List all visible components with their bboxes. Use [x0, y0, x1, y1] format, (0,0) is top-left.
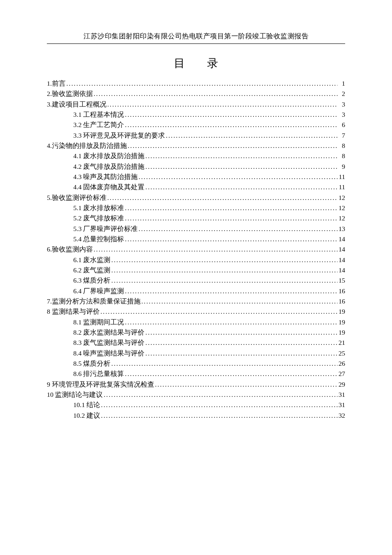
document-header: 江苏沙印集团射阳印染有限公司热电联产项目第一阶段竣工验收监测报告 [47, 32, 345, 44]
toc-entry-page: 3 [338, 99, 345, 110]
toc-entry: 6.3 煤质分析15 [47, 275, 345, 286]
toc-entry-label: 4.4 固体废弃物及其处置 [73, 182, 144, 192]
toc-entry-page: 14 [338, 234, 345, 244]
table-of-contents: 1.前言12.验收监测依据23.建设项目工程概况33.1 工程基本情况33.2 … [47, 78, 345, 421]
toc-entry: 2.验收监测依据2 [47, 89, 345, 99]
toc-leader-dots [125, 286, 337, 296]
toc-entry-label: 6.3 煤质分析 [73, 275, 110, 286]
toc-entry: 3.1 工程基本情况3 [47, 110, 345, 120]
toc-entry-label: 3.2 生产工艺简介 [73, 120, 124, 130]
toc-leader-dots [166, 130, 337, 141]
toc-entry-label: 4.3 噪声及其防治措施 [73, 172, 138, 182]
toc-entry: 6.2 废气监测14 [47, 265, 345, 275]
toc-leader-dots [101, 400, 337, 410]
toc-entry-page: 31 [338, 390, 345, 400]
toc-leader-dots [145, 182, 337, 192]
toc-entry: 6.验收监测内容14 [47, 244, 345, 254]
toc-leader-dots [111, 265, 337, 275]
toc-entry-page: 31 [338, 400, 345, 410]
toc-leader-dots [145, 338, 337, 348]
toc-entry: 8.3 废气监测结果与评价21 [47, 338, 345, 348]
toc-entry: 4.4 固体废弃物及其处置11 [47, 182, 345, 192]
toc-entry-page: 21 [338, 338, 345, 348]
toc-entry-label: 8.4 噪声监测结果与评价 [73, 348, 144, 358]
toc-leader-dots [138, 172, 337, 182]
toc-entry: 4.2 废气排放及防治措施9 [47, 162, 345, 172]
toc-leader-dots [107, 193, 337, 203]
toc-entry: 4.3 噪声及其防治措施11 [47, 172, 345, 182]
toc-entry-label: 4.2 废气排放及防治措施 [73, 162, 144, 172]
toc-entry-page: 6 [338, 120, 345, 130]
toc-entry-label: 8.2 废水监测结果与评价 [73, 327, 144, 338]
toc-leader-dots [66, 78, 337, 89]
toc-title: 目录 [47, 56, 345, 71]
toc-entry-page: 2 [338, 89, 345, 99]
toc-entry: 8.1 监测期间工况19 [47, 317, 345, 327]
toc-entry: 10.2 建议32 [47, 410, 345, 421]
toc-entry-page: 8 [338, 151, 345, 161]
toc-entry: 6.1 废水监测14 [47, 255, 345, 265]
toc-leader-dots [125, 317, 337, 327]
toc-entry-label: 1.前言 [47, 78, 66, 89]
toc-entry-page: 8 [338, 141, 345, 151]
toc-leader-dots [125, 120, 337, 130]
toc-entry-label: 5.3 厂界噪声评价标准 [73, 224, 138, 234]
toc-entry-label: 5.验收监测评价标准 [47, 193, 107, 203]
toc-entry-label: 3.1 工程基本情况 [73, 110, 124, 120]
toc-entry-label: 9 环境管理及环评批复落实情况检查 [47, 379, 154, 390]
toc-leader-dots [128, 141, 337, 151]
toc-entry: 8.5 煤质分析26 [47, 358, 345, 369]
toc-entry-page: 15 [338, 275, 345, 286]
toc-entry-page: 29 [338, 379, 345, 390]
toc-entry: 1.前言1 [47, 78, 345, 89]
toc-leader-dots [145, 151, 337, 161]
toc-leader-dots [125, 234, 337, 244]
toc-entry: 7.监测分析方法和质量保证措施16 [47, 296, 345, 306]
toc-leader-dots [107, 99, 337, 110]
toc-entry-page: 1 [338, 78, 345, 89]
toc-leader-dots [101, 410, 337, 421]
toc-entry-page: 13 [338, 224, 345, 234]
toc-entry-label: 5.4 总量控制指标 [73, 234, 124, 244]
toc-entry-page: 14 [338, 265, 345, 275]
toc-leader-dots [145, 348, 337, 358]
toc-entry: 8.2 废水监测结果与评价19 [47, 327, 345, 338]
toc-leader-dots [145, 162, 337, 172]
toc-entry-page: 19 [338, 327, 345, 338]
toc-entry-page: 16 [338, 296, 345, 306]
toc-entry: 8.6 排污总量核算27 [47, 369, 345, 379]
toc-leader-dots [125, 213, 337, 223]
toc-entry: 4.1 废水排放及防治措施8 [47, 151, 345, 161]
toc-entry-label: 3.3 环评意见及环评批复的要求 [73, 130, 165, 141]
toc-entry-page: 27 [338, 369, 345, 379]
toc-leader-dots [125, 369, 337, 379]
toc-entry-page: 14 [338, 244, 345, 254]
toc-entry-label: 8.5 煤质分析 [73, 358, 110, 369]
toc-entry-label: 8.6 排污总量核算 [73, 369, 124, 379]
toc-entry: 10 监测结论与建议31 [47, 390, 345, 400]
toc-leader-dots [155, 379, 337, 390]
toc-entry: 4.污染物的排放及防治措施8 [47, 141, 345, 151]
toc-entry: 6.4 厂界噪声监测16 [47, 286, 345, 296]
toc-entry: 8.4 噪声监测结果与评价25 [47, 348, 345, 358]
toc-leader-dots [141, 296, 337, 306]
toc-entry: 5.3 厂界噪声评价标准13 [47, 224, 345, 234]
toc-entry-label: 10.2 建议 [73, 410, 100, 421]
toc-leader-dots [101, 306, 337, 317]
toc-entry-label: 10 监测结论与建议 [47, 390, 103, 400]
toc-entry-label: 6.2 废气监测 [73, 265, 110, 275]
toc-entry-label: 8 监测结果与评价 [47, 306, 100, 317]
toc-entry-page: 12 [338, 193, 345, 203]
toc-entry: 5.2 废气排放标准12 [47, 213, 345, 223]
toc-leader-dots [145, 327, 337, 338]
toc-entry-label: 5.1 废水排放标准 [73, 203, 124, 213]
toc-entry-label: 4.污染物的排放及防治措施 [47, 141, 127, 151]
toc-entry-page: 14 [338, 255, 345, 265]
toc-leader-dots [104, 390, 337, 400]
toc-entry: 5.1 废水排放标准12 [47, 203, 345, 213]
toc-leader-dots [125, 110, 337, 120]
toc-entry-page: 32 [338, 410, 345, 421]
toc-entry-page: 12 [338, 203, 345, 213]
toc-leader-dots [94, 244, 337, 254]
toc-entry-label: 3.建设项目工程概况 [47, 99, 107, 110]
